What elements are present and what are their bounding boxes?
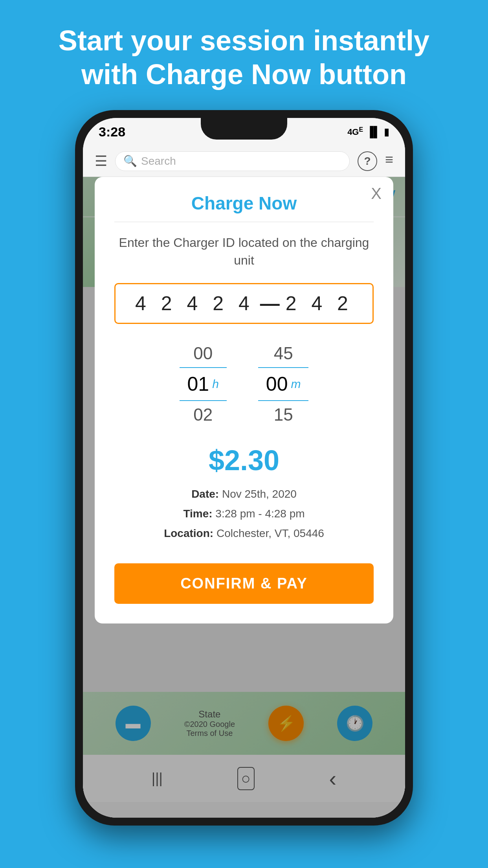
search-icon: 🔍 xyxy=(123,154,137,167)
session-location: Location: Colchester, VT, 05446 xyxy=(114,524,374,543)
search-placeholder: Search xyxy=(141,155,176,167)
hours-column: 00 01 h 02 xyxy=(180,340,227,428)
time-picker: 00 01 h 02 xyxy=(114,340,374,428)
session-info: Date: Nov 25th, 2020 Time: 3:28 pm - 4:2… xyxy=(114,484,374,544)
charger-id-dash: — xyxy=(260,292,280,315)
battery-icon: ▮ xyxy=(384,126,389,138)
status-bar: 3:28 4GE ▐▌ ▮ xyxy=(83,118,405,145)
minutes-prev[interactable]: 45 xyxy=(266,340,301,367)
toolbar-right-icons: ? ≡ xyxy=(358,151,393,171)
minutes-column: 45 00 m 15 xyxy=(258,340,309,428)
charger-id-second-part: 2 4 2 xyxy=(286,292,353,315)
time-label: Time: xyxy=(183,508,212,520)
session-date: Date: Nov 25th, 2020 xyxy=(114,484,374,504)
filter-icon[interactable]: ≡ xyxy=(385,151,393,171)
hours-next[interactable]: 02 xyxy=(185,401,220,428)
modal-close-button[interactable]: X xyxy=(371,185,382,202)
signal-icon: ▐▌ xyxy=(366,126,381,138)
confirm-pay-button[interactable]: CONFIRM & PAY xyxy=(114,563,374,604)
modal-description: Enter the Charger ID located on the char… xyxy=(114,234,374,269)
status-right: 4GE ▐▌ ▮ xyxy=(347,126,389,138)
menu-icon[interactable]: ☰ xyxy=(95,153,107,169)
hours-prev[interactable]: 00 xyxy=(185,340,220,367)
charge-now-modal: X Charge Now Enter the Charger ID locate… xyxy=(95,177,393,623)
modal-title: Charge Now xyxy=(114,193,374,214)
minutes-selected[interactable]: 00 m xyxy=(258,367,309,401)
phone-screen: 3:28 4GE ▐▌ ▮ ☰ 🔍 Search ? ≡ xyxy=(83,118,405,818)
charger-id-input[interactable]: 4 2 4 2 4 — 2 4 2 xyxy=(114,283,374,324)
date-value: Nov 25th, 2020 xyxy=(222,488,297,500)
search-bar[interactable]: 🔍 Search xyxy=(115,151,350,171)
modal-overlay: X Charge Now Enter the Charger ID locate… xyxy=(83,177,405,818)
phone-frame: 3:28 4GE ▐▌ ▮ ☰ 🔍 Search ? ≡ xyxy=(75,110,413,826)
hours-selected[interactable]: 01 h xyxy=(180,367,227,401)
hours-unit: h xyxy=(212,377,219,391)
minutes-next[interactable]: 15 xyxy=(266,401,301,428)
minutes-unit: m xyxy=(291,377,301,391)
time-value: 3:28 pm - 4:28 pm xyxy=(215,508,305,520)
modal-divider xyxy=(114,222,374,222)
page-heading: Start your session instantly with Charge… xyxy=(0,0,488,107)
status-time: 3:28 xyxy=(99,124,125,140)
app-background: Start your session instantly with Charge… xyxy=(0,0,488,868)
location-value: Colchester, VT, 05446 xyxy=(216,527,324,539)
network-indicator: 4GE xyxy=(347,126,363,137)
location-label: Location: xyxy=(164,527,213,539)
session-time: Time: 3:28 pm - 4:28 pm xyxy=(114,504,374,524)
charger-id-first-part: 4 2 4 2 4 xyxy=(135,292,254,315)
app-toolbar: ☰ 🔍 Search ? ≡ xyxy=(83,145,405,177)
date-label: Date: xyxy=(191,488,219,500)
help-icon[interactable]: ? xyxy=(358,151,377,171)
phone-notch xyxy=(201,118,287,140)
price-display: $2.30 xyxy=(114,444,374,476)
